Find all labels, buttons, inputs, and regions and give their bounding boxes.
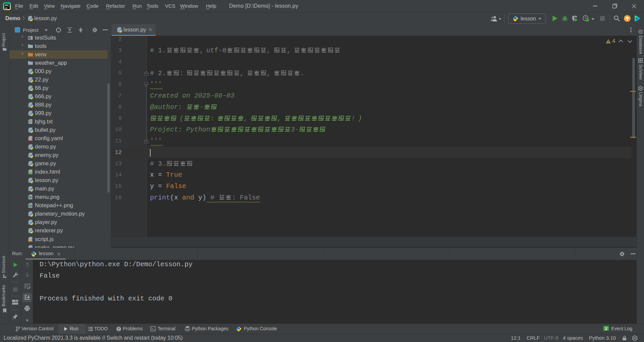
- svg-text:2: 2: [605, 327, 607, 331]
